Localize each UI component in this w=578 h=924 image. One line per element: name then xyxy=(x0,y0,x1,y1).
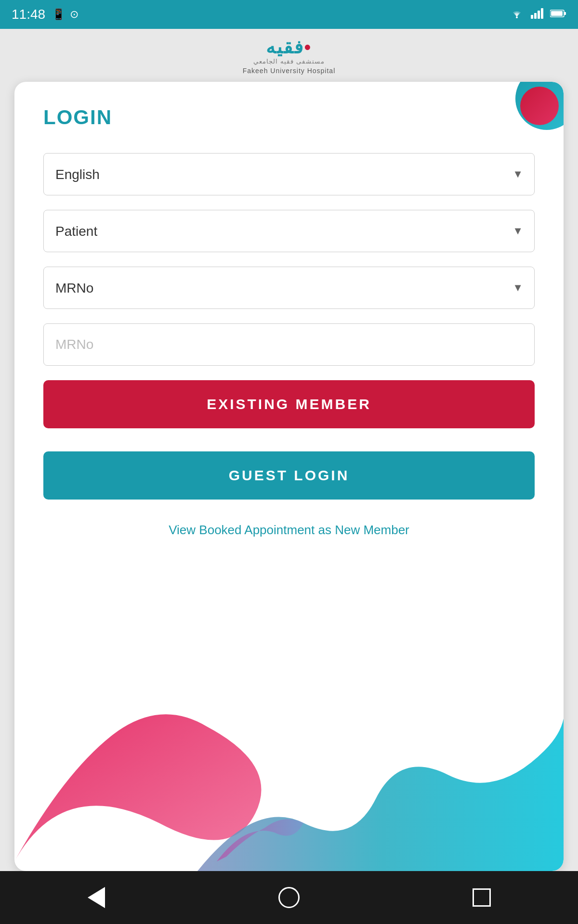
status-time: 11:48 xyxy=(12,7,45,22)
status-icons: 📱 ⊙ xyxy=(52,8,79,21)
guest-login-form-group: GUEST LOGIN xyxy=(43,451,535,513)
login-title: LOGIN xyxy=(43,106,535,129)
svg-rect-6 xyxy=(564,12,566,15)
notification-icon: ⊙ xyxy=(70,8,79,21)
usertype-dropdown[interactable]: Patient Doctor Staff xyxy=(43,210,535,252)
status-bar: 11:48 📱 ⊙ xyxy=(0,0,578,29)
language-select-wrapper: English Arabic ▼ xyxy=(43,153,535,195)
bottom-navigation xyxy=(0,871,578,924)
logo-arabic-subtitle: مستشفى فقيه الجامعي xyxy=(253,58,324,65)
logo-subtitle: Fakeeh University Hospital xyxy=(243,67,336,75)
svg-point-0 xyxy=(516,16,518,18)
logo-arabic: •فقيه xyxy=(266,37,312,58)
status-left: 11:48 📱 ⊙ xyxy=(12,7,79,22)
logo-dot: • xyxy=(304,37,312,57)
recent-icon xyxy=(473,888,491,907)
svg-rect-1 xyxy=(531,15,533,19)
svg-rect-4 xyxy=(541,8,543,19)
mrno-input[interactable] xyxy=(43,323,535,366)
logintype-dropdown[interactable]: MRNo National ID Iqama xyxy=(43,267,535,309)
status-right xyxy=(510,8,566,21)
language-form-group: English Arabic ▼ xyxy=(43,153,535,195)
svg-rect-3 xyxy=(538,11,540,19)
usertype-select-wrapper: Patient Doctor Staff ▼ xyxy=(43,210,535,252)
svg-rect-2 xyxy=(534,13,537,19)
signal-bars-icon xyxy=(531,8,543,21)
sim-icon: 📱 xyxy=(52,8,65,21)
recent-button[interactable] xyxy=(467,883,496,912)
home-button[interactable] xyxy=(275,883,303,912)
existing-member-form-group: EXISTING MEMBER xyxy=(43,380,535,442)
existing-member-button[interactable]: EXISTING MEMBER xyxy=(43,380,535,428)
usertype-form-group: Patient Doctor Staff ▼ xyxy=(43,210,535,252)
battery-icon xyxy=(550,8,566,21)
logintype-select-wrapper: MRNo National ID Iqama ▼ xyxy=(43,267,535,309)
guest-login-button[interactable]: GUEST LOGIN xyxy=(43,451,535,500)
logintype-form-group: MRNo National ID Iqama ▼ xyxy=(43,267,535,309)
logo-container: •فقيه مستشفى فقيه الجامعي Fakeeh Univers… xyxy=(243,37,336,75)
language-dropdown[interactable]: English Arabic xyxy=(43,153,535,195)
wifi-icon xyxy=(510,8,524,21)
ribbon-svg xyxy=(14,679,564,871)
mrno-form-group xyxy=(43,323,535,366)
header: •فقيه مستشفى فقيه الجامعي Fakeeh Univers… xyxy=(0,29,578,82)
svg-rect-7 xyxy=(551,11,563,16)
back-button[interactable] xyxy=(82,883,111,912)
back-icon xyxy=(88,887,105,908)
home-icon xyxy=(278,887,300,908)
new-member-link[interactable]: View Booked Appointment as New Member xyxy=(43,523,535,538)
main-card: LOGIN English Arabic ▼ Patient Doctor St… xyxy=(14,82,564,871)
ribbon-decoration xyxy=(14,679,564,871)
card-content: LOGIN English Arabic ▼ Patient Doctor St… xyxy=(14,82,564,557)
